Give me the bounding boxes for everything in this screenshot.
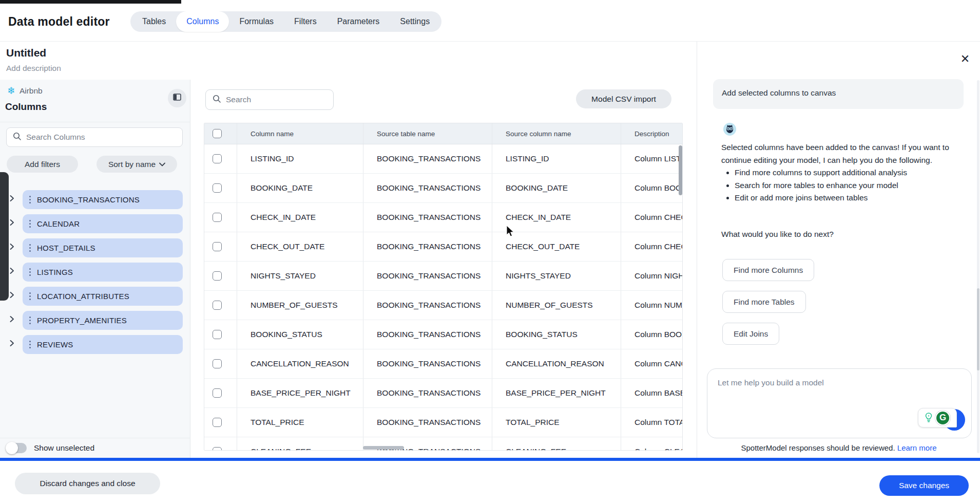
show-unselected-toggle[interactable] — [7, 443, 27, 453]
bottom-action-bar: Discard changes and close Save changes — [0, 461, 980, 502]
find-more-columns-button[interactable]: Find more Columns — [722, 259, 814, 281]
chevron-right-icon[interactable] — [8, 219, 15, 228]
drag-handle-icon[interactable] — [29, 317, 31, 324]
drag-handle-icon[interactable] — [29, 196, 31, 203]
row-checkbox[interactable] — [213, 301, 222, 310]
drag-handle-icon[interactable] — [29, 292, 31, 300]
row-checkbox[interactable] — [213, 388, 222, 398]
cell-description: Column CLEANING_FEE — [621, 437, 682, 451]
tab-formulas[interactable]: Formulas — [229, 11, 284, 32]
spotter-assistant-panel: ✕ Add selected columns to canvas Selecte… — [697, 41, 980, 458]
row-checkbox-cell — [204, 437, 237, 451]
save-changes-button[interactable]: Save changes — [879, 475, 969, 496]
cell-source-column: LISTING_ID — [492, 144, 621, 173]
drag-handle-icon[interactable] — [29, 244, 31, 252]
col-header-description[interactable]: Description — [621, 123, 682, 144]
col-header-source-table-name[interactable]: Source table name — [363, 123, 492, 144]
row-checkbox[interactable] — [213, 183, 222, 193]
row-checkbox-cell — [204, 232, 237, 261]
chevron-right-icon[interactable] — [8, 243, 15, 252]
cell-source-table: BOOKING_TRANSACTIONS — [363, 144, 492, 173]
app-header: Data model editor TablesColumnsFormulasF… — [0, 4, 980, 41]
table-pill-listings[interactable]: LISTINGS — [23, 263, 183, 282]
sidebar-item-location_attributes: LOCATION_ATTRIBUTES — [0, 286, 190, 310]
vertical-scrollbar-thumb[interactable] — [679, 145, 682, 195]
cell-description: Column NUMBER_OF_GUESTS — [621, 291, 682, 320]
table-row: BASE_PRICE_PER_NIGHTBOOKING_TRANSACTIONS… — [204, 379, 682, 408]
table-pill-host_details[interactable]: HOST_DETAILS — [23, 238, 183, 257]
collapse-panel-button[interactable] — [168, 89, 186, 107]
learn-more-link[interactable]: Learn more — [897, 443, 937, 452]
divider — [0, 122, 190, 122]
row-checkbox[interactable] — [213, 154, 222, 163]
chevron-right-icon[interactable] — [8, 267, 15, 276]
edit-joins-button[interactable]: Edit Joins — [722, 323, 779, 345]
table-row: LISTING_IDBOOKING_TRANSACTIONSLISTING_ID… — [204, 144, 682, 174]
drag-handle-icon[interactable] — [29, 341, 31, 348]
row-checkbox[interactable] — [213, 271, 222, 281]
spotter-avatar — [723, 123, 736, 136]
tab-parameters[interactable]: Parameters — [327, 11, 390, 32]
drag-handle-icon[interactable] — [29, 220, 31, 228]
cell-column-name: CANCELLATION_REASON — [237, 349, 363, 378]
cell-source-column: NIGHTS_STAYED — [492, 262, 621, 290]
chat-input[interactable]: Let me help you build a model G — [707, 368, 972, 438]
row-checkbox[interactable] — [213, 242, 222, 251]
col-header-column-name[interactable]: Column name — [237, 123, 363, 144]
cell-source-table: BOOKING_TRANSACTIONS — [363, 232, 492, 261]
grammarly-widget[interactable]: G — [918, 408, 957, 427]
cell-column-name: BOOKING_DATE — [237, 174, 363, 202]
add-description-field[interactable]: Add description — [6, 64, 61, 73]
tab-filters[interactable]: Filters — [284, 11, 327, 32]
row-checkbox[interactable] — [213, 359, 222, 368]
tab-tables[interactable]: Tables — [132, 11, 176, 32]
horizontal-scrollbar-thumb[interactable] — [363, 446, 404, 450]
add-filters-button[interactable]: Add filters — [7, 156, 78, 173]
page-title: Data model editor — [8, 15, 110, 29]
row-checkbox[interactable] — [213, 447, 222, 451]
table-name-label: HOST_DETAILS — [37, 244, 95, 252]
tab-columns[interactable]: Columns — [176, 11, 229, 32]
close-panel-button[interactable]: ✕ — [958, 52, 972, 66]
cell-source-table: BOOKING_TRANSACTIONS — [363, 320, 492, 349]
select-all-checkbox[interactable] — [213, 129, 222, 138]
row-checkbox[interactable] — [213, 213, 222, 222]
sort-by-name-button[interactable]: Sort by name — [97, 156, 177, 173]
table-pill-calendar[interactable]: CALENDAR — [23, 214, 183, 233]
data-model-editor-window: Data model editor TablesColumnsFormulasF… — [0, 0, 980, 502]
chevron-right-icon[interactable] — [8, 195, 15, 204]
row-checkbox[interactable] — [213, 418, 222, 427]
assistant-suggestion: Edit or add more joins between tables — [735, 192, 964, 204]
cell-description: Column BOOKING_STATUS — [621, 320, 682, 349]
find-more-tables-button[interactable]: Find more Tables — [722, 291, 806, 313]
table-name-label: REVIEWS — [37, 340, 73, 349]
table-body: LISTING_IDBOOKING_TRANSACTIONSLISTING_ID… — [204, 144, 682, 451]
chevron-right-icon[interactable] — [8, 340, 15, 349]
assistant-suggestion: Find more columns to support additional … — [735, 166, 964, 179]
discard-changes-button[interactable]: Discard changes and close — [15, 473, 160, 494]
cell-column-name: NUMBER_OF_GUESTS — [237, 291, 363, 320]
drag-handle-icon[interactable] — [29, 268, 31, 276]
chevron-right-icon[interactable] — [8, 291, 15, 301]
model-csv-import-button[interactable]: Model CSV import — [576, 89, 671, 108]
cell-source-table: BOOKING_TRANSACTIONS — [363, 203, 492, 232]
row-checkbox[interactable] — [213, 330, 222, 339]
owl-bot-icon — [725, 124, 735, 134]
chevron-right-icon[interactable] — [8, 315, 15, 325]
cell-description: Column BOOKING_DATE — [621, 174, 682, 202]
left-scroll-indicator[interactable] — [0, 172, 9, 301]
row-checkbox-cell — [204, 203, 237, 232]
search-columns-input[interactable]: Search Columns — [6, 127, 183, 147]
tab-settings[interactable]: Settings — [390, 11, 440, 32]
col-header-source-column-name[interactable]: Source column name — [492, 123, 621, 144]
panel-scrollbar-thumb[interactable] — [977, 288, 979, 370]
table-pill-property_amenities[interactable]: PROPERTY_AMENITIES — [23, 311, 183, 330]
table-pill-booking_transactions[interactable]: BOOKING_TRANSACTIONS — [23, 190, 183, 209]
top-edge-bar — [0, 0, 181, 4]
cell-column-name: LISTING_ID — [237, 144, 363, 173]
table-search-input[interactable]: Search — [205, 89, 334, 110]
table-pill-reviews[interactable]: REVIEWS — [23, 335, 183, 354]
model-name[interactable]: Untitled — [6, 47, 46, 59]
table-pill-location_attributes[interactable]: LOCATION_ATTRIBUTES — [23, 287, 183, 306]
cell-description: Column TOTAL_PRICE — [621, 408, 682, 437]
